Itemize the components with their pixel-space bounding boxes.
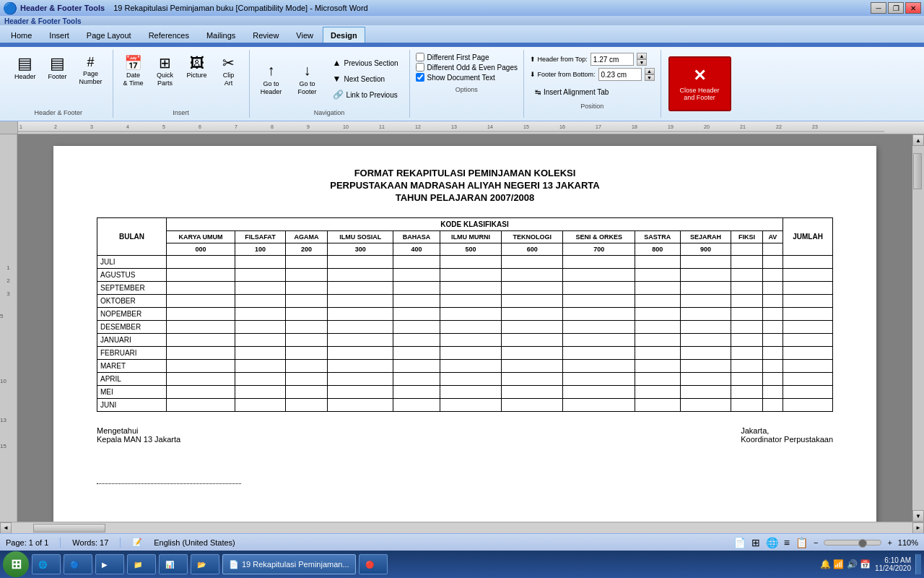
start-button[interactable]: ⊞: [3, 551, 29, 577]
horizontal-scrollbar[interactable]: ◄ ►: [0, 522, 924, 533]
scroll-up-arrow[interactable]: ▲: [912, 134, 924, 146]
previous-section-button[interactable]: ▲ Previous Section: [328, 56, 404, 70]
data-cell: [680, 295, 731, 308]
data-cell: [680, 373, 731, 386]
tab-review[interactable]: Review: [245, 27, 287, 43]
different-odd-even-option[interactable]: Different Odd & Even Pages: [416, 63, 518, 72]
clock: 6:10 AM 11/24/2020: [875, 556, 911, 572]
window-controls[interactable]: ─ ❐ ✕: [871, 2, 921, 14]
zoom-level[interactable]: 110%: [898, 538, 918, 547]
clip-art-button[interactable]: ✂ ClipArt: [214, 53, 243, 90]
tab-page-layout[interactable]: Page Layout: [79, 27, 139, 43]
tab-view[interactable]: View: [288, 27, 321, 43]
month-cell-11: JUNI: [97, 399, 167, 412]
tab-design[interactable]: Design: [323, 27, 365, 43]
zoom-slider[interactable]: [824, 540, 881, 545]
different-first-page-option[interactable]: Different First Page: [416, 53, 518, 61]
taskbar-excel[interactable]: 📊: [159, 554, 188, 574]
app2-icon: 📂: [197, 561, 206, 569]
taskbar-ie[interactable]: 🌐: [32, 554, 61, 574]
next-section-button[interactable]: ▼ Next Section: [328, 72, 404, 86]
view-btn-fullscreen[interactable]: ⊞: [751, 537, 760, 548]
month-cell-3: OKTOBER: [97, 295, 167, 308]
spelling-icon[interactable]: 📝: [132, 538, 142, 547]
line-num-10: 10: [0, 378, 17, 391]
zoom-in-button[interactable]: +: [887, 538, 892, 547]
group-options: Different First Page Different Odd & Eve…: [410, 50, 524, 118]
show-document-text-option[interactable]: Show Document Text: [416, 73, 518, 82]
svg-text:4: 4: [126, 124, 129, 129]
clip-art-icon: ✂: [222, 56, 235, 70]
h-scroll-thumb[interactable]: [33, 524, 105, 532]
zoom-out-button[interactable]: −: [814, 538, 818, 547]
line-num-9: [0, 365, 17, 378]
picture-button[interactable]: 🖼 Picture: [183, 53, 212, 82]
header-spin-down[interactable]: ▼: [637, 59, 647, 66]
quick-parts-button[interactable]: ⊞ QuickParts: [151, 53, 180, 90]
data-cell: [680, 334, 731, 347]
insert-alignment-tab-button[interactable]: ↹ Insert Alignment Tab: [530, 86, 655, 98]
taskbar-folder[interactable]: 📁: [127, 554, 156, 574]
scroll-thumb[interactable]: [913, 153, 922, 189]
svg-text:20: 20: [704, 124, 710, 129]
data-cell: [440, 321, 502, 334]
different-first-page-checkbox[interactable]: [416, 53, 424, 61]
scroll-down-arrow[interactable]: ▼: [912, 510, 924, 522]
h-scroll-right[interactable]: ►: [912, 522, 924, 534]
header-from-top-input[interactable]: [590, 53, 634, 66]
data-cell: [502, 386, 563, 399]
page-number-button[interactable]: # PageNumber: [75, 53, 107, 89]
ribbon-tabs: Home Insert Page Layout References Maili…: [0, 25, 924, 43]
header-button[interactable]: ▤ Header: [10, 53, 40, 84]
taskbar-media[interactable]: ▶: [95, 554, 124, 574]
data-cell: [731, 295, 762, 308]
close-button[interactable]: ✕: [905, 2, 921, 14]
go-to-header-button[interactable]: ↑ Go toHeader: [256, 53, 287, 105]
tab-home[interactable]: Home: [3, 27, 40, 43]
h-scroll-track[interactable]: [12, 523, 912, 533]
zoom-slider-thumb[interactable]: [858, 539, 867, 548]
table-row: JANUARI: [97, 334, 833, 347]
col-teknologi: TEKNOLOGI: [502, 231, 563, 243]
footer-spin-down[interactable]: ▼: [645, 74, 655, 81]
tab-references[interactable]: References: [141, 27, 197, 43]
different-odd-even-checkbox[interactable]: [416, 63, 424, 72]
taskbar-opera[interactable]: 🔴: [359, 554, 388, 574]
status-right: 📄 ⊞ 🌐 ≡ 📋 − + 110%: [733, 537, 918, 548]
group-options-label: Options: [416, 85, 518, 95]
different-odd-even-label: Different Odd & Even Pages: [427, 64, 518, 72]
document-scroll-area[interactable]: FORMAT REKAPITULASI PEMINJAMAN KOLEKSI P…: [17, 134, 912, 522]
show-document-text-checkbox[interactable]: [416, 73, 424, 82]
footer-label: Footer: [48, 73, 67, 81]
view-btn-draft[interactable]: 📋: [796, 537, 808, 548]
scroll-track[interactable]: [912, 146, 924, 510]
go-to-footer-button[interactable]: ↓ Go toFooter: [292, 53, 323, 105]
footer-button[interactable]: ▤ Footer: [43, 53, 72, 84]
svg-text:10: 10: [343, 124, 349, 129]
link-to-previous-button[interactable]: 🔗 Link to Previous: [328, 87, 404, 102]
view-btn-print[interactable]: 📄: [733, 537, 746, 548]
footer-from-bottom-input[interactable]: [598, 68, 642, 81]
code-400: 400: [393, 243, 440, 256]
restore-button[interactable]: ❐: [888, 2, 904, 14]
view-btn-outline[interactable]: ≡: [784, 537, 790, 548]
taskbar-app2[interactable]: 📂: [191, 554, 219, 574]
tab-mailings[interactable]: Mailings: [199, 27, 243, 43]
close-header-footer-button[interactable]: ✕ Close Headerand Footer: [668, 56, 731, 111]
svg-text:13: 13: [451, 124, 457, 129]
taskbar-chrome[interactable]: 🔵: [64, 554, 92, 574]
taskbar-word-active[interactable]: 📄 19 Rekapitulasi Peminjaman...: [222, 554, 356, 574]
minimize-button[interactable]: ─: [871, 2, 886, 14]
data-cell: [731, 347, 762, 360]
h-scroll-left[interactable]: ◄: [0, 522, 12, 534]
tab-insert[interactable]: Insert: [41, 27, 77, 43]
view-btn-web[interactable]: 🌐: [766, 537, 778, 548]
show-desktop-button[interactable]: [915, 554, 921, 574]
col-ilmu-sosial: ILMU SOSIAL: [328, 231, 393, 243]
footer-spin-up[interactable]: ▲: [645, 68, 655, 74]
header-spin-up[interactable]: ▲: [637, 53, 647, 59]
date-time-button[interactable]: 📅 Date& Time: [119, 53, 148, 90]
data-cell: [235, 360, 286, 373]
svg-text:15: 15: [523, 124, 529, 129]
vertical-scrollbar[interactable]: ▲ ▼: [912, 134, 924, 522]
